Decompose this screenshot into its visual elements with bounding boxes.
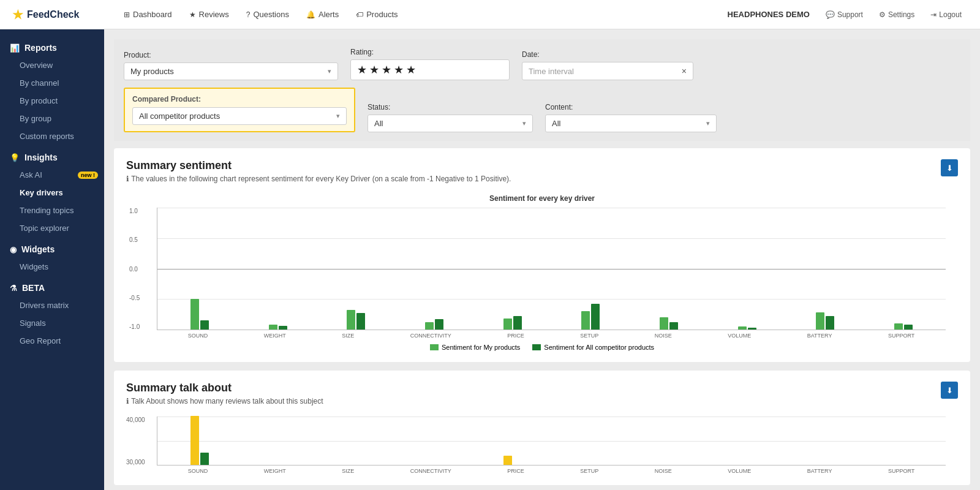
nav-alerts-label: Alerts <box>318 10 339 19</box>
bar-my-support <box>894 323 903 330</box>
talk-y-40k: 40,000 <box>126 417 145 423</box>
product-select[interactable]: My products ▾ <box>124 62 338 80</box>
sidebar-section-beta: ⚗ BETA <box>0 276 104 296</box>
talk-bar-my-sound <box>190 416 199 465</box>
nav-questions[interactable]: ? Questions <box>239 6 296 23</box>
sentiment-card-titles: Summary sentiment ℹ The values in the fo… <box>126 159 511 192</box>
y-label-0.0: 0.0 <box>129 266 140 273</box>
sidebar-section-insights: 💡 Insights <box>0 145 104 166</box>
nav-dashboard-label: Dashboard <box>133 10 172 19</box>
nav-reviews[interactable]: ★ Reviews <box>182 6 236 23</box>
status-value: All <box>374 119 383 128</box>
product-label: Product: <box>124 51 338 59</box>
content-label: Content: <box>545 103 717 111</box>
compared-product-select[interactable]: All competitor products ▾ <box>132 107 347 125</box>
nav-alerts[interactable]: 🔔 Alerts <box>299 6 346 23</box>
insights-section-icon: 💡 <box>10 153 20 162</box>
logo-text: FeedCheck <box>27 9 79 20</box>
talk-subtitle-text: Talk About shows how many reviews talk a… <box>131 397 323 405</box>
legend-my-label: Sentiment for My products <box>442 344 520 351</box>
bar-my-size <box>347 310 355 330</box>
x-label-weight: WEIGHT <box>264 333 286 339</box>
talk-bar-my-price <box>503 456 512 465</box>
sidebar-reports-label: Reports <box>24 43 57 53</box>
x-label-battery: BATTERY <box>807 333 832 339</box>
bar-comp-price <box>513 316 522 330</box>
talk-x-label-sound: SOUND <box>188 468 208 474</box>
nav-products-label: Products <box>366 10 398 19</box>
nav-dashboard[interactable]: ⊞ Dashboard <box>116 6 179 23</box>
sidebar-item-custom-reports[interactable]: Custom reports <box>0 127 104 145</box>
bar-my-volume <box>738 326 747 330</box>
sidebar-item-by-group[interactable]: By group <box>0 110 104 127</box>
sidebar-item-signals[interactable]: Signals <box>0 314 104 332</box>
date-input[interactable]: Time interval × <box>522 62 693 80</box>
sidebar-widgets-label: Widgets <box>21 244 55 254</box>
sidebar-item-trending-topics[interactable]: Trending topics <box>0 202 104 219</box>
sidebar: 📊 Reports Overview By channel By product… <box>0 29 104 490</box>
content-select[interactable]: All ▾ <box>545 115 717 132</box>
filters-bar: Product: My products ▾ Rating: ★ ★ ★ ★ ★ <box>114 39 970 141</box>
bar-group-noise <box>660 317 678 330</box>
filter-row-1: Product: My products ▾ Rating: ★ ★ ★ ★ ★ <box>124 48 960 80</box>
bar-comp-weight <box>279 326 287 330</box>
product-filter-group: Product: My products ▾ <box>124 51 338 80</box>
star-3[interactable]: ★ <box>382 63 391 77</box>
legend-competitor: Sentiment for All competitor products <box>532 344 654 351</box>
star-4[interactable]: ★ <box>394 63 404 77</box>
bar-comp-volume <box>748 328 756 330</box>
x-label-sound: SOUND <box>188 333 208 339</box>
content-value: All <box>552 119 560 128</box>
y-axis: 1.0 0.5 0.0 -0.5 -1.0 <box>129 208 140 330</box>
sidebar-item-widgets[interactable]: Widgets <box>0 258 104 276</box>
rating-label: Rating: <box>350 48 510 56</box>
sidebar-item-drivers-matrix[interactable]: Drivers matrix <box>0 296 104 314</box>
nav-questions-label: Questions <box>253 10 289 19</box>
bar-my-weight <box>269 325 277 330</box>
bar-group-connectivity <box>425 319 443 330</box>
sidebar-item-key-drivers[interactable]: Key drivers <box>0 184 104 202</box>
talk-chart: 40,000 30,000 SOUNDWEIGHTSIZECONNECTIVIT… <box>157 417 946 474</box>
talk-title: Summary talk about <box>126 382 323 394</box>
rating-stars[interactable]: ★ ★ ★ ★ ★ <box>350 59 510 80</box>
star-2[interactable]: ★ <box>369 63 379 77</box>
sentiment-legend: Sentiment for My products Sentiment for … <box>126 344 958 351</box>
beta-section-icon: ⚗ <box>10 284 17 293</box>
star-1[interactable]: ★ <box>357 63 367 77</box>
star-5[interactable]: ★ <box>406 63 416 77</box>
talk-x-label-size: SIZE <box>342 468 354 474</box>
nav-support[interactable]: 💬 Support <box>820 7 869 22</box>
nav-settings[interactable]: ⚙ Settings <box>873 7 921 22</box>
date-label: Date: <box>522 50 693 59</box>
layout: 📊 Reports Overview By channel By product… <box>0 29 980 490</box>
date-filter-group: Date: Time interval × <box>522 50 693 80</box>
bar-my-setup <box>581 311 590 330</box>
bar-my-noise <box>660 317 668 330</box>
date-clear-icon[interactable]: × <box>682 66 687 76</box>
sentiment-bars <box>157 208 946 330</box>
sidebar-item-ask-ai[interactable]: Ask AI new ! <box>0 166 104 184</box>
sentiment-download-button[interactable]: ⬇ <box>941 159 958 176</box>
bar-group-size <box>347 310 365 330</box>
talk-x-label-volume: VOLUME <box>728 468 751 474</box>
new-badge: new ! <box>78 172 98 179</box>
sidebar-item-geo-report[interactable]: Geo Report <box>0 332 104 350</box>
sidebar-item-by-product[interactable]: By product <box>0 92 104 110</box>
bar-comp-noise <box>669 322 678 330</box>
talk-download-button[interactable]: ⬇ <box>941 382 958 399</box>
status-select[interactable]: All ▾ <box>368 115 533 132</box>
nav-products[interactable]: 🏷 Products <box>349 6 405 23</box>
sentiment-card-header: Summary sentiment ℹ The values in the fo… <box>126 159 958 192</box>
y-label-1.0: 1.0 <box>129 208 140 214</box>
sidebar-item-topic-explorer[interactable]: Topic explorer <box>0 219 104 237</box>
bar-comp-setup <box>591 304 600 330</box>
sidebar-item-by-channel[interactable]: By channel <box>0 74 104 92</box>
logo: ★ FeedCheck <box>12 7 98 22</box>
nav-logout[interactable]: ⇥ Logout <box>924 7 968 22</box>
talk-x-label-noise: NOISE <box>655 468 672 474</box>
sidebar-item-overview[interactable]: Overview <box>0 56 104 74</box>
bar-comp-size <box>356 313 365 330</box>
nav-reviews-label: Reviews <box>199 10 229 19</box>
bar-my-price <box>503 318 512 330</box>
bar-my-connectivity <box>425 322 434 330</box>
